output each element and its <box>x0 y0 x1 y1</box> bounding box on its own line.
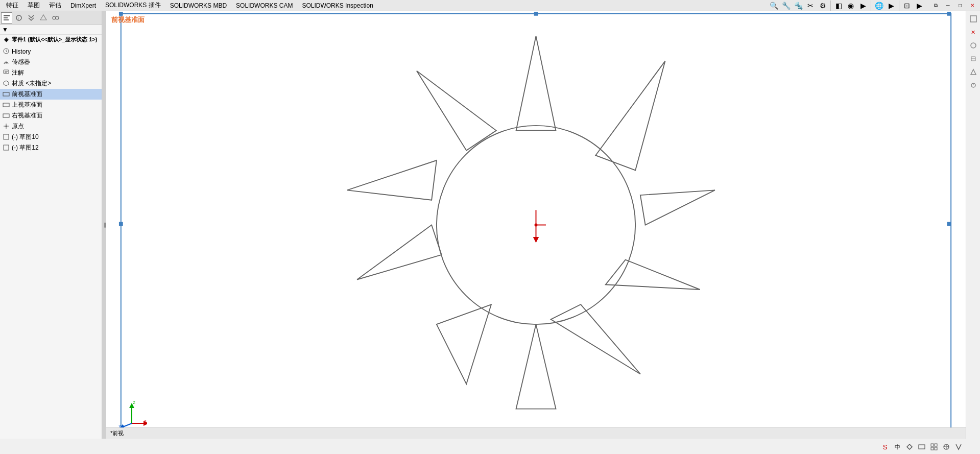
tab-dimxpert-manager[interactable] <box>38 12 49 23</box>
sep3 <box>899 1 899 11</box>
svg-marker-39 <box>347 160 437 200</box>
screen-icon-2[interactable]: ▶ <box>914 0 925 11</box>
svg-marker-35 <box>551 304 640 374</box>
menu-sw-cam[interactable]: SOLIDWORKS CAM <box>232 1 297 10</box>
br-icon-4[interactable] <box>917 442 927 452</box>
sidebar-collapse-handle[interactable]: ▐ <box>102 11 106 439</box>
view-icon-2[interactable]: ◉ <box>845 0 856 11</box>
tab-property-manager[interactable]: i <box>13 12 25 23</box>
br-icon-7[interactable] <box>953 442 964 452</box>
svg-rect-20 <box>4 145 9 150</box>
display-icon-2[interactable]: ▶ <box>886 0 897 11</box>
svg-rect-58 <box>935 447 937 450</box>
status-view: *前视 <box>110 429 124 437</box>
svg-marker-34 <box>606 260 700 290</box>
menu-sw-inspection[interactable]: SOLIDWORKS Inspection <box>298 1 377 10</box>
sketch10-label: (-) 草图10 <box>12 133 39 141</box>
tree-item-top-plane[interactable]: 上视基准面 <box>0 100 102 110</box>
svg-rect-28 <box>119 222 123 226</box>
br-icon-6[interactable] <box>941 442 951 452</box>
status-bar: *前视 <box>106 427 966 439</box>
tree-item-origin[interactable]: 原点 <box>0 121 102 132</box>
win-minimize[interactable]: ─ <box>942 0 953 11</box>
tree-item-annotation[interactable]: 注解 <box>0 67 102 78</box>
svg-rect-15 <box>3 114 9 117</box>
win-restore[interactable]: ⧉ <box>930 0 941 11</box>
right-icon-3[interactable] <box>968 53 979 64</box>
view-icon-1[interactable]: ◧ <box>833 0 844 11</box>
tool-icon-3[interactable]: ✂ <box>805 0 816 11</box>
sep2 <box>871 1 871 11</box>
svg-rect-2 <box>4 19 9 20</box>
svg-rect-1 <box>4 17 8 18</box>
win-close[interactable]: ✕ <box>967 0 978 11</box>
tree-item-sensor[interactable]: 传感器 <box>0 57 102 67</box>
menu-features[interactable]: 特征 <box>2 0 22 11</box>
part-icon: ◈ <box>2 36 10 43</box>
viewport[interactable]: 前视基准面 <box>106 11 966 439</box>
tool-icon-4[interactable]: ⚙ <box>817 0 828 11</box>
menu-sw-addins[interactable]: SOLIDWORKS 插件 <box>101 0 165 11</box>
svg-marker-36 <box>516 324 556 409</box>
svg-marker-31 <box>516 36 556 131</box>
display-icon-1[interactable]: 🌐 <box>873 0 885 11</box>
tool-icon-1[interactable]: 🔧 <box>780 0 792 11</box>
right-icon-1[interactable] <box>968 13 979 25</box>
bottom-right-icons: S 中 <box>880 442 964 452</box>
svg-point-51 <box>971 43 976 48</box>
svg-rect-50 <box>970 16 976 22</box>
svg-rect-19 <box>4 134 9 139</box>
sketch-canvas <box>106 11 966 439</box>
br-icon-2[interactable]: 中 <box>892 442 902 452</box>
tree-item-sketch10[interactable]: (-) 草图10 <box>0 132 102 142</box>
svg-text:i: i <box>18 16 19 21</box>
svg-rect-14 <box>3 103 9 107</box>
tab-display-manager[interactable] <box>50 12 61 23</box>
material-label: 材质 <未指定> <box>12 79 51 88</box>
part-name[interactable]: ◈ 零件1 (默认<<默认>_显示状态 1>) <box>0 35 102 44</box>
right-panel: ✕ <box>966 11 980 439</box>
right-icon-2[interactable] <box>968 40 979 51</box>
menu-sw-mbd[interactable]: SOLIDWORKS MBD <box>166 1 231 10</box>
svg-rect-24 <box>947 12 951 16</box>
br-icon-5[interactable] <box>929 442 939 452</box>
svg-marker-12 <box>4 81 9 86</box>
view-icon-3[interactable]: ▶ <box>857 0 869 11</box>
front-plane-icon <box>2 90 10 99</box>
tree-item-material[interactable]: 材质 <未指定> <box>0 78 102 89</box>
svg-point-5 <box>53 16 56 19</box>
right-icon-5[interactable] <box>968 80 979 91</box>
main-layout: i ▼ ◈ 零件1 (默认<<默认>_显示状态 1>) <box>0 11 980 439</box>
tab-config-manager[interactable] <box>26 12 37 23</box>
part-name-label: 零件1 (默认<<默认>_显示状态 1>) <box>12 36 98 43</box>
filter-icon[interactable]: ▼ <box>2 26 8 33</box>
menu-evaluate[interactable]: 评估 <box>45 0 65 11</box>
right-icon-close[interactable]: ✕ <box>968 27 979 38</box>
svg-marker-37 <box>437 304 491 384</box>
tree-item-right-plane[interactable]: 右视基准面 <box>0 110 102 121</box>
br-icon-1[interactable]: S <box>880 442 890 452</box>
tree-item-front-plane[interactable]: 前视基准面 <box>0 89 102 100</box>
right-icon-4[interactable] <box>968 66 979 78</box>
svg-point-18 <box>6 125 7 127</box>
sketch12-label: (-) 草图12 <box>12 144 39 152</box>
coordinate-triad: Z X Y <box>116 398 142 423</box>
tree-item-history[interactable]: History <box>0 46 102 57</box>
search-icon[interactable]: 🔍 <box>768 0 779 11</box>
menu-dimxpert[interactable]: DimXpert <box>66 1 100 10</box>
svg-marker-38 <box>357 225 441 280</box>
svg-rect-26 <box>534 12 538 16</box>
tool-icon-2[interactable]: 🔩 <box>793 0 804 11</box>
right-plane-label: 右视基准面 <box>12 111 42 120</box>
br-icon-3[interactable] <box>904 442 915 452</box>
tree-item-sketch12[interactable]: (-) 草图12 <box>0 142 102 153</box>
tab-feature-manager[interactable] <box>1 12 12 23</box>
svg-point-6 <box>56 16 59 19</box>
win-maximize[interactable]: □ <box>954 0 966 11</box>
svg-text:Z: Z <box>133 400 135 405</box>
screen-icon[interactable]: ⊡ <box>901 0 913 11</box>
menu-sketch[interactable]: 草图 <box>23 0 44 11</box>
origin-label: 原点 <box>12 122 24 131</box>
svg-text:X: X <box>144 419 147 423</box>
right-plane-icon <box>2 112 10 120</box>
